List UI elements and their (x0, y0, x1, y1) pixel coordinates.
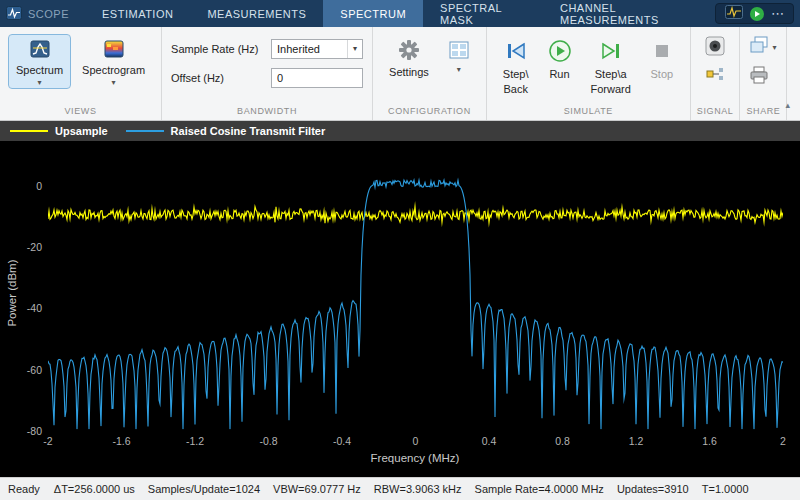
section-views: Spectrum ▾ Spectrogram ▾ VIEWS (0, 27, 162, 120)
status-metric: Updates=3910 (617, 483, 689, 495)
tab-label: SPECTRAL MASK (440, 2, 526, 26)
step-back-button[interactable]: Step\ Back (496, 35, 536, 98)
section-label-share: SHARE (740, 106, 786, 120)
plot-area: Power (dBm) Frequency (MHz) -2-1.6-1.2-0… (0, 141, 800, 477)
copy-display-button[interactable] (749, 35, 769, 59)
spectrogram-view-button[interactable]: Spectrogram ▾ (75, 35, 152, 88)
run-button[interactable]: Run (541, 35, 579, 83)
stop-label: Stop (651, 68, 674, 81)
status-text: Ready (0, 483, 54, 495)
scope-window-icon[interactable] (725, 5, 743, 23)
spectrum-analyzer-window: SCOPE ESTIMATION MEASUREMENTS SPECTRUM S… (0, 0, 800, 500)
legend-item-upsample[interactable]: Upsample (10, 125, 108, 137)
settings-label: Settings (389, 66, 429, 79)
layout-grid-icon (448, 39, 470, 64)
run-icon (548, 39, 572, 66)
spectrogram-view-label: Spectrogram (82, 64, 145, 77)
y-tick-label: -60 (2, 364, 42, 376)
legend-swatch-yellow (10, 130, 48, 132)
chevron-down-icon[interactable]: ▾ (772, 44, 776, 51)
chevron-down-icon[interactable]: ▾ (347, 40, 362, 58)
step-back-label-line1: Step\ (503, 68, 529, 81)
section-bandwidth: Sample Rate (Hz) Inherited ▾ Offset (Hz)… (162, 27, 373, 120)
status-metrics: ΔT=256.0000 usSamples/Update=1024VBW=69.… (54, 483, 762, 495)
x-tick-label: -0.4 (333, 435, 351, 447)
spectrogram-icon (104, 39, 124, 62)
legend-item-raised-cosine[interactable]: Raised Cosine Transmit Filter (126, 125, 326, 137)
x-tick-label: 0.4 (482, 435, 497, 447)
scope-app-icon (6, 6, 22, 22)
status-bar: Ready ΔT=256.0000 usSamples/Update=1024V… (0, 477, 800, 500)
chevron-down-icon: ▾ (38, 79, 42, 86)
tab-label: CHANNEL MEASUREMENTS (560, 2, 698, 26)
tab-estimation[interactable]: ESTIMATION (85, 0, 190, 27)
scope-badge: SCOPE (0, 0, 85, 27)
x-tick-label: 2 (780, 435, 786, 447)
step-back-label-line2: Back (503, 83, 527, 96)
tab-label: SPECTRUM (340, 8, 406, 20)
section-signal: SIGNAL (691, 27, 741, 120)
y-tick-label: -80 (2, 425, 42, 437)
signal-scope-button[interactable] (704, 35, 726, 61)
gear-icon (398, 39, 420, 64)
step-forward-button[interactable]: Step\a Forward (584, 35, 638, 98)
section-configuration: Settings ▾ CONFIGURATION (373, 27, 487, 120)
sample-rate-label: Sample Rate (Hz) (171, 43, 264, 55)
y-tick-label: 0 (2, 180, 42, 192)
stop-button: Stop (643, 35, 681, 83)
tab-label: ESTIMATION (102, 8, 173, 20)
spectrum-canvas (48, 155, 783, 431)
chevron-down-icon: ▾ (112, 79, 116, 86)
spectrum-view-button[interactable]: Spectrum ▾ (9, 35, 70, 88)
settings-button[interactable]: Settings (382, 35, 436, 81)
x-tick-label: -1.2 (186, 435, 204, 447)
collapse-toolstrip-button[interactable]: ▴ (781, 98, 794, 112)
signal-route-button[interactable] (706, 67, 724, 85)
x-axis-label: Frequency (MHz) (371, 452, 460, 464)
tab-channel-measurements[interactable]: CHANNEL MEASUREMENTS (543, 0, 715, 27)
spectrum-icon (30, 39, 50, 62)
tab-spectral-mask[interactable]: SPECTRAL MASK (423, 0, 543, 27)
run-quick-icon[interactable] (750, 7, 764, 21)
section-label-bandwidth: BANDWIDTH (162, 106, 372, 120)
x-tick-label: -0.8 (259, 435, 277, 447)
status-metric: VBW=69.0777 Hz (273, 483, 361, 495)
offset-label: Offset (Hz) (171, 72, 264, 84)
stop-icon (650, 39, 674, 66)
step-forward-icon (599, 39, 623, 66)
tab-measurements[interactable]: MEASUREMENTS (190, 0, 323, 27)
x-tick-label: 0.8 (555, 435, 570, 447)
y-tick-label: -40 (2, 302, 42, 314)
legend-label: Raised Cosine Transmit Filter (171, 125, 326, 137)
toolstrip: Spectrum ▾ Spectrogram ▾ VIEWS Sample Ra… (0, 27, 800, 121)
section-label-signal: SIGNAL (691, 106, 740, 120)
tab-label: MEASUREMENTS (207, 8, 306, 20)
spectrum-view-label: Spectrum (16, 64, 63, 77)
print-button[interactable] (749, 65, 769, 89)
status-metric: ΔT=256.0000 us (54, 483, 135, 495)
status-metric: T=1.0000 (702, 483, 749, 495)
tab-spectrum[interactable]: SPECTRUM (323, 0, 423, 27)
section-label-simulate: SIMULATE (487, 106, 690, 120)
offset-input[interactable] (271, 68, 363, 88)
section-simulate: Step\ Back Run Step\a Forward (487, 27, 691, 120)
x-tick-label: -2 (43, 435, 52, 447)
section-share: ▾ SHARE (740, 27, 787, 120)
run-label: Run (549, 68, 569, 81)
sample-rate-value: Inherited (272, 43, 347, 55)
chevron-down-icon: ▾ (457, 66, 461, 73)
status-metric: Samples/Update=1024 (148, 483, 260, 495)
legend-label: Upsample (55, 125, 108, 137)
more-options-icon[interactable]: ⋯ (771, 9, 784, 19)
x-tick-label: 0 (413, 435, 419, 447)
step-forward-label-line1: Step\a (595, 68, 627, 81)
x-tick-label: 1.2 (629, 435, 644, 447)
y-tick-label: -20 (2, 241, 42, 253)
sample-rate-select[interactable]: Inherited ▾ (271, 39, 363, 59)
layout-button[interactable]: ▾ (441, 35, 477, 75)
quick-access-cluster: ⋯ (715, 3, 794, 24)
x-tick-label: 1.6 (702, 435, 717, 447)
legend-swatch-blue (126, 130, 164, 132)
step-forward-label-line2: Forward (591, 83, 631, 96)
tab-bar: SCOPE ESTIMATION MEASUREMENTS SPECTRUM S… (0, 0, 800, 27)
